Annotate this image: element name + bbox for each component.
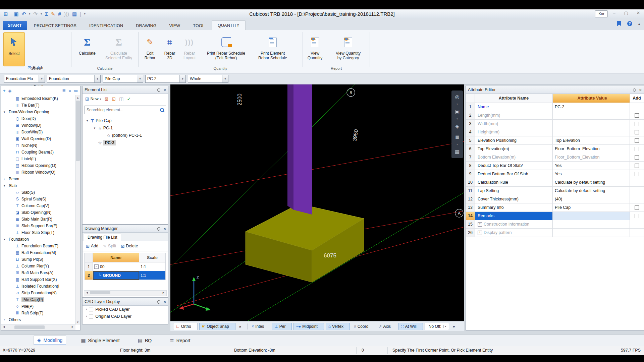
attribute-value-cell[interactable] xyxy=(553,220,630,228)
chevron-down-icon[interactable]: ▾ xyxy=(179,75,185,82)
scroll-thumb[interactable] xyxy=(90,291,110,294)
collapse-ribbon-icon[interactable]: ▴ xyxy=(638,22,640,25)
quick-access-icon[interactable]: ▾ xyxy=(84,13,86,15)
add-checkbox[interactable] xyxy=(635,147,639,151)
workspace-tab[interactable]: ▤ BQ xyxy=(135,336,155,345)
scroll-thumb[interactable] xyxy=(76,101,80,161)
list-view-icon[interactable]: ≔ xyxy=(74,88,78,93)
element-node[interactable]: ▾ ☆ PC-1 xyxy=(83,124,168,132)
help-icon[interactable]: ? xyxy=(627,21,632,26)
snap-toggle[interactable]: » xyxy=(451,324,460,329)
quick-access-icon[interactable]: ✎ xyxy=(51,11,55,16)
viewport-tool-icon[interactable]: ▦ xyxy=(452,147,462,157)
add-checkbox[interactable] xyxy=(635,164,639,168)
column-right-face[interactable] xyxy=(293,84,312,215)
attribute-value-cell[interactable] xyxy=(553,120,630,128)
new-element-button[interactable]: ⊞ New ▾ xyxy=(85,96,101,102)
model-viewport[interactable]: 8 A 2500 3950 6075 Z ◎▾▣▾◈≣▾▦ xyxy=(170,84,464,321)
cad-layer-row[interactable]: › Original CAD Layer xyxy=(83,313,168,320)
attribute-value-cell[interactable] xyxy=(553,111,630,119)
workspace-tab[interactable]: ≣ Report xyxy=(166,336,194,345)
pin-icon[interactable] xyxy=(633,88,637,92)
attribute-value-cell[interactable]: Yes xyxy=(553,170,630,178)
tree-item[interactable]: S Spiral Slab(S) xyxy=(1,196,75,202)
scale-column-header[interactable]: Scale xyxy=(139,253,166,262)
expander-icon[interactable]: ▾ xyxy=(2,184,6,187)
tree-item[interactable]: ▱ Slab(S) xyxy=(1,189,75,196)
attribute-value-cell[interactable]: Yes xyxy=(553,162,630,170)
attribute-value-cell[interactable]: Floor_Bottom_Elevation xyxy=(553,153,630,161)
close-icon[interactable]: × xyxy=(639,87,642,93)
tree-item[interactable]: ▥ Ribbon Window(O) xyxy=(1,169,75,176)
attribute-row[interactable]: 6 Top Elevation(m) Floor_Bottom_Elevatio… xyxy=(466,145,644,153)
tree-item[interactable]: ▾ Foundation xyxy=(1,236,75,243)
attribute-value-cell[interactable] xyxy=(553,128,630,136)
quick-access-icon[interactable]: ▾ xyxy=(41,13,42,15)
tree-tool-icon[interactable]: + xyxy=(3,88,6,93)
context-dropdown[interactable]: Foundation ▾ xyxy=(47,75,101,83)
add-checkbox[interactable] xyxy=(635,105,639,109)
tree-item[interactable]: › Beam xyxy=(1,176,75,182)
close-icon[interactable]: × xyxy=(163,87,166,93)
scroll-down-icon[interactable]: ▼ xyxy=(75,321,80,324)
layer-checkbox[interactable] xyxy=(89,307,93,311)
scroll-left-icon[interactable]: ◄ xyxy=(2,325,5,328)
workspace-tab[interactable]: ◈ Modeling xyxy=(34,336,66,345)
add-checkbox[interactable] xyxy=(635,231,639,235)
attribute-value-cell[interactable]: Pile Cap xyxy=(553,203,630,212)
quick-access-icon[interactable]: ▣ xyxy=(14,11,19,16)
tree-item[interactable]: ⊥ Floor Slab Strip(T) xyxy=(1,229,75,236)
add-checkbox[interactable] xyxy=(635,172,639,176)
attribute-row[interactable]: 26 +Display pattern xyxy=(466,229,644,237)
tree-item[interactable]: Ⅲ Raft Strip(T) xyxy=(1,310,75,316)
tree-tool-icon[interactable]: ◈ xyxy=(8,88,12,93)
tree-item[interactable]: ⊥ Isolated Foundation(I xyxy=(1,283,75,290)
rebar-3d-button[interactable]: ⌗ Rebar3D xyxy=(161,32,178,66)
snap-toggle[interactable]: ∟ Ortho xyxy=(173,323,198,330)
tree-item[interactable]: › Others xyxy=(1,316,75,323)
ribbon-tab[interactable]: IDENTIFICATION xyxy=(84,21,129,30)
attribute-value-cell[interactable] xyxy=(553,229,630,237)
ribbon-tab[interactable]: VIEW xyxy=(164,21,186,30)
language-button[interactable]: Kor xyxy=(595,10,608,17)
quick-access-icon[interactable]: ))) xyxy=(64,11,69,16)
ribbon-tab[interactable]: TOOL xyxy=(187,21,210,30)
tree-item[interactable]: ▦ Raft Support Bar(X) xyxy=(1,276,75,283)
print-element-rebar-schedule-button[interactable]: Print ElementRebar Schedule xyxy=(252,32,293,66)
tree-item[interactable]: ⊞ Window(D) xyxy=(1,122,75,129)
attribute-row[interactable]: 7 Bottom Elevation(m) Floor_Bottom_Eleva… xyxy=(466,153,644,162)
tree-vertical-scrollbar[interactable]: ▲ ▼ xyxy=(75,95,80,325)
tree-item[interactable]: ▦ Slab Main Bar(R) xyxy=(1,216,75,223)
snap-toggle[interactable]: ↗ Axis xyxy=(376,323,397,330)
layer-checkbox[interactable] xyxy=(89,314,93,318)
add-checkbox[interactable] xyxy=(635,122,639,126)
tree-item[interactable]: ◻ Niche(N) xyxy=(1,142,75,149)
chevron-down-icon[interactable]: ▾ xyxy=(39,75,45,82)
snap-toggle[interactable]: # Coord xyxy=(352,323,374,330)
attribute-value-cell[interactable]: Floor_Bottom_Elevation xyxy=(553,145,630,153)
tree-item[interactable]: ⊞ Raft Main Bars(A) xyxy=(1,269,75,276)
tree-item[interactable]: ⊞ Slab Support Bar(F) xyxy=(1,223,75,229)
snap-toggle[interactable]: ∷ At Will xyxy=(398,323,423,330)
context-dropdown[interactable]: Foundation Flo ▾ xyxy=(4,75,45,83)
expand-plus-icon[interactable]: + xyxy=(478,231,482,235)
attribute-value-cell[interactable]: Calculate by default setting xyxy=(553,178,630,186)
view-quantity-by-category-button[interactable]: View Quantityby Category xyxy=(332,32,364,66)
snap-toggle[interactable]: × Intes xyxy=(249,323,270,330)
attribute-row[interactable]: 14 Remarks xyxy=(466,212,644,220)
expand-plus-icon[interactable]: + xyxy=(478,222,482,227)
ribbon-tab[interactable]: QUANTITY xyxy=(212,20,246,30)
pin-icon[interactable] xyxy=(157,88,161,92)
attribute-value-cell[interactable] xyxy=(553,212,630,220)
column-left-face[interactable] xyxy=(287,84,293,210)
add-checkbox[interactable] xyxy=(635,222,639,227)
table-horizontal-scrollbar[interactable]: ◄ ► xyxy=(84,290,167,296)
attribute-value-cell[interactable]: Calculate by default setting xyxy=(553,187,630,195)
tree-item[interactable]: ◊ Pile(P) xyxy=(1,303,75,310)
context-dropdown[interactable]: Whole ▾ xyxy=(188,75,228,83)
attribute-row[interactable]: 9 Deduct Bottom Bar Of Slab Yes xyxy=(466,170,644,178)
close-icon[interactable]: × xyxy=(163,299,166,304)
list-view-icon[interactable]: ≣ xyxy=(62,88,66,93)
name-column-header[interactable]: Name xyxy=(93,253,139,262)
add-checkbox[interactable] xyxy=(635,180,639,185)
